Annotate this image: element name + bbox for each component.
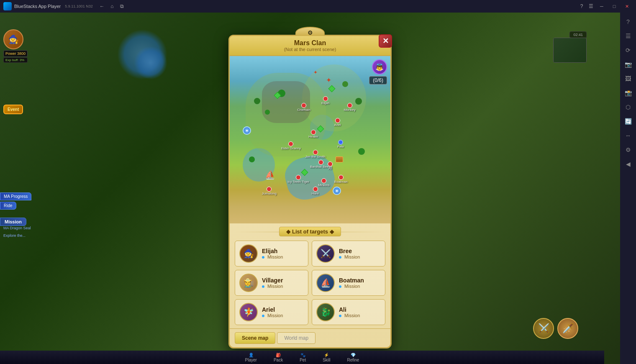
close-modal-button[interactable]: ✕ bbox=[379, 34, 392, 48]
elijah-info: Elijah Mission bbox=[262, 248, 283, 259]
scene-map-button[interactable]: Scene map bbox=[235, 332, 275, 344]
ariel-name: Ariel bbox=[262, 306, 283, 313]
bottom-buttons: Scene map World map bbox=[230, 328, 390, 347]
boatman-role: Mission bbox=[339, 284, 364, 289]
villager-role: Mission bbox=[262, 284, 283, 289]
sidebar-collapse-icon[interactable]: ◀ bbox=[622, 158, 634, 170]
npc-icy-teeth[interactable]: Icy Teeth Tiger bbox=[287, 175, 309, 184]
maximize-button[interactable]: □ bbox=[608, 2, 620, 10]
world-map-button[interactable]: World map bbox=[277, 332, 315, 344]
bree-info: Bree Mission bbox=[339, 248, 360, 259]
villager-info: Villager Mission bbox=[262, 277, 283, 289]
target-ariel[interactable]: 🧚 Ariel Mission bbox=[235, 299, 308, 325]
ariel-role: Mission bbox=[262, 313, 283, 318]
ariel-indicator bbox=[262, 315, 264, 317]
modal-subtitle: (Not at the current scene) bbox=[236, 47, 384, 52]
npc-elijah[interactable]: Elijah bbox=[321, 96, 330, 105]
map-view: ✦ ✦ 👼 (0/6) Chieftain Elijah Monkey bbox=[230, 56, 390, 223]
minimap-hint bbox=[553, 38, 587, 63]
npc-healer[interactable]: Healer bbox=[308, 130, 318, 138]
bree-avatar: ⚔️ bbox=[316, 244, 335, 263]
sidebar-menu-icon[interactable]: ☰ bbox=[622, 30, 634, 42]
elijah-avatar: 🧙 bbox=[239, 244, 258, 263]
npc-monkey[interactable]: Monkey bbox=[344, 103, 356, 112]
elijah-indicator bbox=[262, 256, 264, 259]
portal-marker-2: ✦ bbox=[333, 187, 341, 195]
combat-char-2: 🗡️ bbox=[557, 318, 578, 339]
target-bree[interactable]: ⚔️ Bree Mission bbox=[312, 241, 385, 267]
bree-name: Bree bbox=[339, 248, 360, 254]
starfish-1: ✦ bbox=[326, 76, 331, 84]
tree-1 bbox=[254, 98, 260, 104]
target-boatman[interactable]: ⛵ Boatman Mission bbox=[312, 270, 385, 296]
portal-marker-1: ✦ bbox=[243, 126, 251, 135]
target-ali[interactable]: 🐉 Ali Mission bbox=[312, 299, 385, 325]
tree-4 bbox=[342, 81, 348, 87]
npc-elder-granny[interactable]: Elder Granny bbox=[281, 141, 301, 150]
help-button[interactable]: ? bbox=[577, 2, 586, 10]
modal-title: Mars Clan bbox=[236, 39, 384, 47]
npc-hare[interactable]: Hare bbox=[312, 187, 319, 195]
sidebar-refresh-icon[interactable]: ⟳ bbox=[622, 44, 634, 56]
villager-indicator bbox=[262, 285, 264, 288]
sidebar-screenshot-icon[interactable]: 📷 bbox=[622, 59, 634, 70]
ariel-avatar: 🧚 bbox=[239, 303, 258, 321]
bluestacks-logo-icon bbox=[3, 2, 12, 10]
window-controls: ? ☰ ─ □ ✕ bbox=[577, 2, 633, 10]
npc-boatman[interactable]: Boatman bbox=[334, 175, 348, 184]
npc-fete[interactable]: Fete bbox=[337, 140, 344, 149]
sidebar-gallery-icon[interactable]: 🖼 bbox=[622, 73, 634, 85]
npc-jim[interactable]: Jim the Smith bbox=[305, 150, 325, 159]
bluestacks-topbar: BlueStacks App Player 5.9.11.1001 N32 ← … bbox=[0, 0, 636, 13]
boatman-indicator bbox=[339, 285, 341, 288]
right-sidebar: ? ☰ ⟳ 📷 🖼 📸 ⬡ 🔄 ↔ ⚙ ◀ bbox=[620, 13, 636, 364]
elijah-name: Elijah bbox=[262, 248, 283, 254]
target-villager[interactable]: 👨‍🌾 Villager Mission bbox=[235, 270, 308, 296]
sidebar-camera-icon[interactable]: 📸 bbox=[622, 87, 634, 99]
ali-role: Mission bbox=[339, 313, 360, 318]
targets-header-label: ◆ List of targets ◆ bbox=[279, 227, 341, 236]
target-elijah[interactable]: 🧙 Elijah Mission bbox=[235, 241, 308, 267]
minimize-button[interactable]: ─ bbox=[596, 2, 608, 10]
header-deco-left: ◆ bbox=[286, 228, 292, 235]
bluestacks-logo: BlueStacks App Player 5.9.11.1001 N32 bbox=[3, 2, 93, 10]
bree-indicator bbox=[339, 256, 341, 259]
targets-section: ◆ List of targets ◆ 🧙 Elijah bbox=[230, 223, 390, 328]
npc-minions[interactable]: Minions bbox=[318, 178, 330, 187]
bluestacks-version: 5.9.11.1001 N32 bbox=[65, 4, 93, 8]
home-button[interactable]: ⌂ bbox=[108, 2, 116, 10]
starfish-2: ✦ bbox=[313, 69, 318, 75]
npc-jumutong[interactable]: Jumutong bbox=[262, 187, 277, 195]
bottom-pack[interactable]: 🎒 Pack bbox=[274, 353, 283, 362]
sidebar-resize-icon[interactable]: ↔ bbox=[622, 130, 634, 141]
modal-header: Mars Clan (Not at the current scene) ✕ bbox=[230, 36, 390, 56]
tabs-button[interactable]: ⧉ bbox=[118, 2, 126, 10]
bottom-player[interactable]: 👤 Player bbox=[245, 353, 257, 362]
close-button[interactable]: ✕ bbox=[621, 2, 633, 10]
sidebar-rotate-icon[interactable]: 🔄 bbox=[622, 115, 634, 127]
villager-avatar: 👨‍🌾 bbox=[239, 274, 258, 292]
bottom-skill[interactable]: ⚡ Skill bbox=[323, 353, 330, 362]
bottom-pet[interactable]: 🐾 Pet bbox=[300, 353, 306, 362]
ali-avatar: 🐉 bbox=[316, 303, 335, 321]
tree-6 bbox=[249, 156, 255, 162]
bottom-refine[interactable]: 💎 Refine bbox=[347, 353, 359, 362]
sidebar-grid-icon[interactable]: ⬡ bbox=[622, 101, 634, 113]
villager-name: Villager bbox=[262, 277, 283, 284]
sidebar-help-icon[interactable]: ? bbox=[622, 16, 634, 28]
npc-ariel[interactable]: Ariel bbox=[334, 118, 341, 127]
ali-indicator bbox=[339, 315, 341, 317]
npc-chieftain[interactable]: Chieftain bbox=[297, 103, 310, 112]
menu-button[interactable]: ☰ bbox=[587, 2, 595, 10]
treasure-chest bbox=[336, 156, 343, 162]
mars-clan-modal: ⚙ ◆ ◆ Mars Clan (Not at the current scen… bbox=[228, 35, 392, 349]
back-button[interactable]: ← bbox=[98, 2, 106, 10]
boatman-info: Boatman Mission bbox=[339, 277, 364, 289]
counter-badge: (0/6) bbox=[369, 76, 387, 85]
npc-bardhat-beetle[interactable]: Bardhat Beetle bbox=[310, 160, 332, 169]
time-display: 02:41 bbox=[569, 31, 587, 38]
ali-info: Ali Mission bbox=[339, 306, 360, 318]
sidebar-settings-icon[interactable]: ⚙ bbox=[622, 144, 634, 156]
boat-icon: ⛵ bbox=[265, 170, 275, 180]
ariel-info: Ariel Mission bbox=[262, 306, 283, 318]
